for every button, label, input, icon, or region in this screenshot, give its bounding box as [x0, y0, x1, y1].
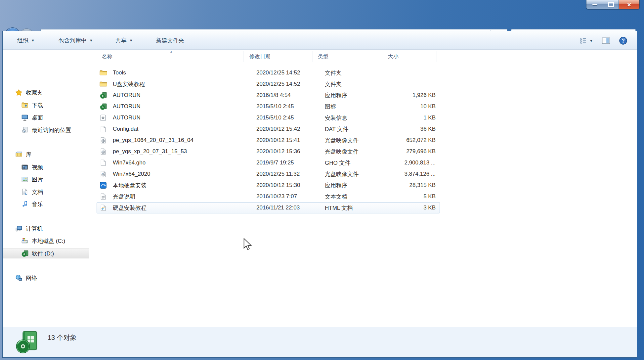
- table-row[interactable]: e硬盘安装教程2016/11/21 22:03HTML 文档3 KB: [97, 202, 440, 213]
- sidebar-item[interactable]: 视频: [21, 162, 43, 172]
- disc-image-icon: [100, 170, 107, 178]
- sidebar-item-label: 图片: [32, 176, 43, 183]
- help-button[interactable]: ?: [619, 36, 627, 45]
- preview-pane-button[interactable]: [602, 37, 610, 45]
- client-area: 组织▼包含到库中▼共享▼新建文件夹 ▼ ? 收藏夹下载桌面最近访问的位置库视频图…: [3, 31, 637, 357]
- file-date: 2020/10/12 15:30: [256, 182, 300, 189]
- file-type: DAT 文件: [325, 125, 348, 133]
- table-row[interactable]: Tools2020/12/25 14:52文件夹: [97, 67, 440, 78]
- sidebar-item-label: 下载: [32, 102, 43, 109]
- green-disc-icon: [100, 103, 107, 110]
- table-row[interactable]: U盘安装教程2020/12/25 14:52文件夹: [97, 78, 440, 90]
- table-row[interactable]: Win7x64_20202020/12/25 11:32光盘映像文件3,874,…: [97, 168, 440, 180]
- file-size: 652,072 KB: [373, 137, 436, 144]
- file-name: 光盘说明: [113, 193, 135, 201]
- green-disc-icon: [100, 92, 107, 99]
- file-type: 文件夹: [325, 69, 342, 77]
- table-row[interactable]: Config.dat2020/10/12 15:42DAT 文件36 KB: [97, 123, 440, 135]
- file-name: pe_yqs_xp_20_07_31_15_53: [113, 148, 187, 155]
- views-button[interactable]: ▼: [580, 37, 593, 45]
- toolbar-right: ▼ ?: [580, 31, 627, 50]
- html-doc-icon: e: [100, 204, 107, 211]
- sidebar-section-库[interactable]: 库: [15, 150, 31, 159]
- table-row[interactable]: AUTORUN2016/1/8 4:54应用程序1,926 KB: [97, 90, 440, 101]
- file-name: Config.dat: [113, 126, 139, 132]
- table-row[interactable]: 光盘说明2016/10/23 7:07文本文档5 KB: [97, 191, 440, 202]
- desktop-icon: [21, 114, 28, 121]
- file-name: AUTORUN: [113, 103, 141, 110]
- file-name: AUTORUN: [113, 114, 141, 121]
- sidebar-item[interactable]: 最近访问的位置: [21, 125, 71, 135]
- file-type: 光盘映像文件: [325, 148, 359, 156]
- table-row[interactable]: Win7x64.gho2019/9/7 19:25GHO 文件2,900,813…: [97, 157, 440, 168]
- sidebar-section-计算机[interactable]: 计算机: [15, 224, 43, 234]
- chevron-down-icon: ▼: [31, 38, 35, 42]
- sidebar-section-label: 库: [26, 151, 31, 158]
- sidebar-section-label: 网络: [26, 274, 37, 282]
- maximize-icon: [608, 2, 614, 7]
- sidebar-item[interactable]: 下载: [21, 100, 43, 110]
- sidebar-section-网络[interactable]: 网络: [15, 273, 37, 283]
- minimize-icon: [592, 4, 597, 5]
- file-size: 3 KB: [373, 204, 436, 211]
- blank-file-icon: [100, 125, 107, 133]
- folder-icon: [100, 80, 107, 88]
- sidebar-section-label: 计算机: [26, 225, 43, 233]
- chevron-down-icon: ▼: [89, 38, 93, 42]
- close-button[interactable]: ×: [619, 0, 639, 9]
- file-name: AUTORUN: [113, 92, 141, 99]
- toolbar-button-1[interactable]: 组织▼: [14, 35, 38, 46]
- column-header-1[interactable]: 名称: [102, 53, 112, 60]
- minimize-button[interactable]: [586, 0, 603, 9]
- file-size: 28,315 KB: [373, 182, 436, 189]
- setup-info-icon: [100, 114, 107, 121]
- sidebar-item[interactable]: 文档: [21, 187, 43, 197]
- table-row[interactable]: AUTORUN2015/5/10 2:45安装信息1 KB: [97, 112, 440, 123]
- sidebar-item[interactable]: 桌面: [21, 112, 43, 122]
- file-size: 36 KB: [373, 126, 436, 132]
- file-date: 2015/5/10 2:45: [256, 114, 294, 121]
- file-date: 2015/5/10 2:45: [256, 103, 294, 110]
- column-headers: ▴ 名称修改日期类型大小: [99, 50, 463, 63]
- table-row[interactable]: pe_yqs_xp_20_07_31_15_532020/10/12 15:36…: [97, 146, 440, 157]
- column-header-3[interactable]: 类型: [318, 53, 328, 60]
- toolbar-button-4[interactable]: 新建文件夹: [153, 35, 188, 46]
- svg-text:?: ?: [622, 38, 625, 44]
- sidebar-section-收藏夹[interactable]: 收藏夹: [15, 88, 43, 98]
- file-size: 2,900,813 ...: [373, 159, 436, 166]
- toolbar-button-2[interactable]: 包含到库中▼: [55, 35, 96, 46]
- sidebar-item[interactable]: 软件 (D:): [3, 248, 89, 258]
- table-row[interactable]: 本地硬盘安装2020/10/12 15:30应用程序28,315 KB: [97, 180, 440, 191]
- toolbar-button-3[interactable]: 共享▼: [112, 35, 136, 46]
- column-header-4[interactable]: 大小: [388, 53, 399, 60]
- maximize-button[interactable]: [603, 0, 619, 9]
- file-size: 1 KB: [373, 114, 436, 121]
- file-type: 应用程序: [325, 92, 347, 99]
- file-date: 2020/10/12 15:41: [256, 137, 300, 144]
- file-size: 10 KB: [373, 103, 436, 110]
- toolbar-button-label: 组织: [17, 37, 28, 44]
- navigation-pane: 收藏夹下载桌面最近访问的位置库视频图片文档音乐计算机本地磁盘 (C:)软件 (D…: [3, 50, 90, 328]
- drive-d-icon: [21, 250, 28, 257]
- file-date: 2016/10/23 7:07: [256, 193, 297, 200]
- sidebar-item[interactable]: 图片: [21, 174, 43, 184]
- sidebar-item[interactable]: 本地磁盘 (C:): [21, 236, 65, 246]
- table-row[interactable]: AUTORUN2015/5/10 2:45图标10 KB: [97, 101, 440, 112]
- sidebar-item-label: 软件 (D:): [32, 250, 54, 257]
- column-separator: [386, 51, 386, 62]
- file-date: 2016/11/21 22:03: [256, 204, 300, 211]
- close-icon: ×: [627, 1, 631, 8]
- disc-image-icon: [100, 137, 107, 144]
- file-list-area[interactable]: ▴ 名称修改日期类型大小 Tools2020/12/25 14:52文件夹U盘安…: [90, 50, 637, 328]
- recent-places-icon: [21, 126, 28, 134]
- column-separator: [437, 51, 437, 62]
- file-name: U盘安装教程: [113, 80, 145, 88]
- network-icon: [15, 274, 22, 282]
- download-folder-icon: [21, 102, 28, 109]
- file-type: GHO 文件: [325, 159, 350, 167]
- column-header-2[interactable]: 修改日期: [249, 53, 271, 60]
- views-icon: [580, 37, 587, 45]
- sidebar-item[interactable]: 音乐: [21, 199, 43, 209]
- table-row[interactable]: pe_yqs_1064_20_07_31_16_042020/10/12 15:…: [97, 135, 440, 146]
- file-rows: Tools2020/12/25 14:52文件夹U盘安装教程2020/12/25…: [97, 67, 440, 213]
